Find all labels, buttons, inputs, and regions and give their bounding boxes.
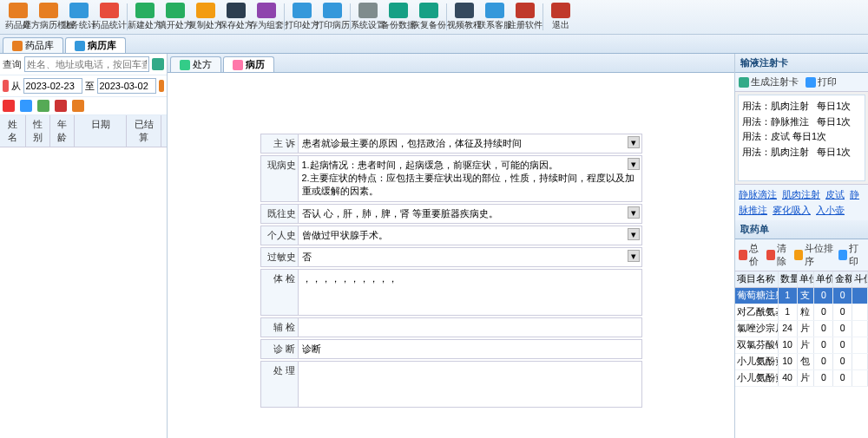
tab-recordlib-label: 病历库 (88, 39, 116, 52)
past-dropdown-icon[interactable]: ▾ (628, 206, 640, 219)
drug-header-2[interactable]: 单位 (798, 271, 815, 287)
method-link[interactable]: 肌肉注射 (782, 189, 820, 199)
method-link[interactable]: 皮试 (825, 189, 845, 199)
print-rx-label: 打印处方 (285, 19, 319, 31)
calendar-from-icon[interactable] (3, 80, 9, 92)
date-to-input[interactable] (97, 78, 156, 94)
aux-label: 辅 检 (260, 317, 299, 337)
search-refresh-icon[interactable] (152, 58, 164, 70)
print-icon[interactable] (72, 100, 84, 112)
sum-button[interactable]: 总价 (739, 242, 765, 268)
list-header-4[interactable]: 已结算 (127, 115, 161, 147)
patient-list-header: 姓名性别年龄日期已结算 (0, 115, 167, 147)
main-tabbar: 药品库 病历库 (0, 35, 868, 54)
patient-list-body[interactable] (0, 147, 167, 438)
chief-label: 主 诉 (260, 134, 299, 154)
search-input[interactable] (24, 56, 149, 72)
list-header-2[interactable]: 年龄 (50, 115, 75, 147)
drug-header-3[interactable]: 单价 (814, 271, 833, 287)
injection-card-title: 输液注射卡 (735, 54, 868, 73)
biz-stats-button[interactable]: 业务统计 (64, 2, 94, 32)
contact-button[interactable]: 联系客服 (480, 2, 510, 32)
chief-dropdown-icon[interactable]: ▾ (628, 136, 640, 148)
backup-label: 备份数据 (381, 19, 416, 31)
tab-recordlib[interactable]: 病历库 (65, 37, 126, 53)
drug-row[interactable]: 葡萄糖注射液1支00 (735, 288, 868, 304)
edit-rx-button[interactable]: 填开处方 (161, 2, 190, 32)
list-header-0[interactable]: 姓名 (0, 115, 26, 147)
diag-label: 诊 断 (260, 339, 299, 359)
new-rx-button[interactable]: 新建处方 (130, 2, 160, 32)
drug-table: 项目名称数量单位单价金额斗位 葡萄糖注射液1支00 对乙酰氨基…1粒00 氯唑沙… (735, 271, 868, 438)
date-go-icon[interactable] (159, 80, 165, 92)
diag-field[interactable]: 诊断 (299, 339, 642, 359)
register-button[interactable]: 注册软件 (510, 2, 540, 32)
tab-record[interactable]: 病历 (223, 56, 274, 72)
contact-label: 联系客服 (477, 19, 512, 31)
remove-icon[interactable] (55, 100, 67, 112)
tab-druglib[interactable]: 药品库 (3, 37, 63, 53)
print-record-label: 打印病历 (315, 19, 350, 31)
exit-label: 退出 (552, 19, 569, 31)
drug-row[interactable]: 对乙酰氨基…1粒00 (735, 304, 868, 321)
allergy-field[interactable]: 否▾ (299, 247, 642, 267)
medical-record-form: 主 诉 患者就诊最主要的原因，包括政治，体征及持续时间▾ 现病史 1.起病情况：… (260, 134, 642, 438)
tab-record-label: 病历 (246, 58, 265, 71)
restore-label: 恢复备份 (411, 19, 446, 31)
sys-settings-button[interactable]: 系统设置 (353, 2, 383, 32)
personal-field[interactable]: 曾做过甲状腺手术。▾ (299, 226, 642, 245)
treat-field[interactable] (299, 361, 642, 408)
drug-stats-label: 药品统计 (92, 19, 127, 31)
sort-button[interactable]: 斗位排序 (794, 242, 837, 268)
injection-line: 用法：皮试 每日1次 (742, 129, 861, 145)
backup-button[interactable]: 备份数据 (384, 2, 413, 32)
chief-field[interactable]: 患者就诊最主要的原因，包括政治，体征及持续时间▾ (299, 134, 642, 154)
past-field[interactable]: 否认 心，肝，肺，脾，肾 等重要脏器疾病史。▾ (299, 204, 642, 224)
copy-rx-button[interactable]: 复制处方 (191, 2, 220, 32)
print-rx-button[interactable]: 打印处方 (287, 2, 317, 32)
drug-header-4[interactable]: 金额 (833, 271, 852, 287)
present-field[interactable]: 1.起病情况：患者时间，起病缓急，前驱症状，可能的病因。 2.主要症状的特点：应… (299, 155, 642, 202)
clear-button[interactable]: 清除 (766, 242, 792, 268)
method-link[interactable]: 雾化吸入 (773, 205, 811, 215)
save-rx-button[interactable]: 保存处方 (221, 2, 251, 32)
print-record-button[interactable]: 打印病历 (318, 2, 347, 32)
video-tutorial-button[interactable]: 视频教程 (450, 2, 479, 32)
present-dropdown-icon[interactable]: ▾ (628, 158, 640, 170)
delete-icon[interactable] (3, 100, 15, 112)
allergy-dropdown-icon[interactable]: ▾ (628, 250, 640, 262)
export-icon[interactable] (37, 100, 49, 112)
drug-stats-button[interactable]: 药品统计 (95, 2, 124, 32)
exit-button[interactable]: 退出 (546, 2, 575, 32)
aux-field[interactable] (299, 317, 642, 337)
drug-row[interactable]: 小儿氨酚黄…10包00 (735, 354, 868, 370)
personal-dropdown-icon[interactable]: ▾ (628, 228, 640, 240)
copy-rx-label: 复制处方 (188, 19, 223, 31)
date-from-input[interactable] (23, 78, 82, 94)
drug-row[interactable]: 氯唑沙宗片24片00 (735, 321, 868, 337)
drug-header-1[interactable]: 数量 (779, 271, 798, 287)
drug-row[interactable]: 小儿氨酚黄…40片00 (735, 370, 868, 387)
record-template-button[interactable]: 处方病历模板 (34, 2, 63, 32)
gen-card-button[interactable]: 生成注射卡 (739, 75, 799, 88)
list-header-1[interactable]: 性别 (26, 115, 50, 147)
drug-row[interactable]: 双氯芬酸钠…10片00 (735, 337, 868, 354)
drug-header-0[interactable]: 项目名称 (735, 271, 779, 287)
exam-field[interactable]: ，，，，，，，，，， (299, 269, 642, 316)
copy-icon[interactable] (20, 100, 32, 112)
print-card-button[interactable]: 打印 (806, 75, 837, 88)
injection-line: 用法：肌肉注射 每日1次 (742, 99, 861, 114)
date-from-label: 从 (11, 80, 21, 93)
save-group-button[interactable]: 存为组套 (252, 2, 281, 32)
method-link[interactable]: 入小壶 (816, 205, 845, 215)
tab-rx[interactable]: 处方 (170, 56, 221, 72)
tab-druglib-label: 药品库 (25, 39, 54, 52)
list-header-3[interactable]: 日期 (75, 115, 127, 147)
print-list-button[interactable]: 打印 (838, 242, 865, 268)
center-panel: 处方 病历 主 诉 患者就诊最主要的原因，包括政治，体征及持续时间▾ 现病史 1… (168, 54, 734, 438)
treat-label: 处 理 (260, 361, 299, 408)
restore-button[interactable]: 恢复备份 (414, 2, 444, 32)
tab-rx-label: 处方 (193, 58, 212, 71)
method-link[interactable]: 静脉滴注 (739, 189, 777, 199)
drug-header-5[interactable]: 斗位 (852, 271, 868, 287)
